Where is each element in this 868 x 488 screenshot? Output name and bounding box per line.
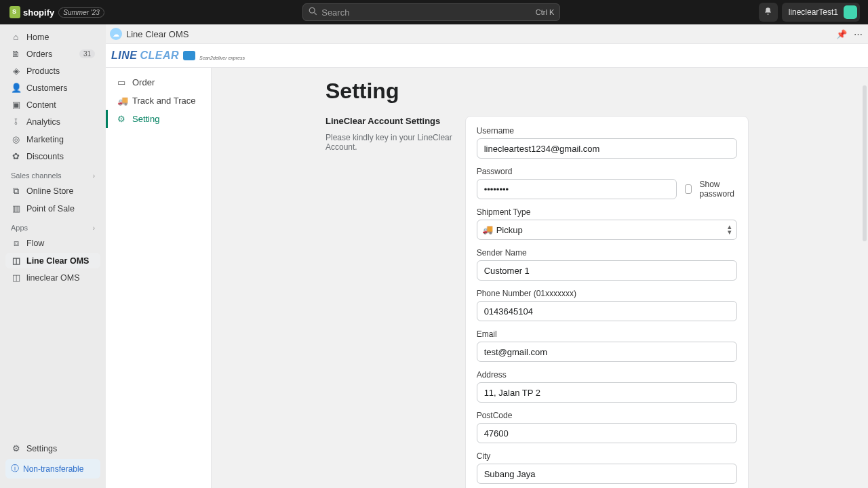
- chevron-right-icon: ›: [93, 172, 95, 180]
- shopify-sidebar: ⌂ Home 🗎 Orders 31 ◈ Products 👤 Customer…: [0, 24, 106, 488]
- app-main: Setting LineClear Account Settings Pleas…: [212, 68, 868, 488]
- city-input[interactable]: [477, 464, 737, 484]
- sidebar-item-analytics[interactable]: ⫱ Analytics: [5, 114, 100, 130]
- sidebar-item-settings[interactable]: ⚙ Settings: [5, 441, 100, 456]
- user-menu[interactable]: lineclearTest1: [782, 3, 860, 22]
- svg-point-0: [310, 7, 315, 13]
- sidebar-item-label: Analytics: [26, 117, 60, 127]
- sidebar-item-label: Point of Sale: [26, 204, 75, 214]
- sidebar-item-customers[interactable]: 👤 Customers: [5, 80, 100, 96]
- phone-input[interactable]: [477, 301, 737, 321]
- truck-icon: [183, 51, 195, 60]
- app-title: Line Clear OMS: [126, 29, 189, 39]
- sidebar-item-label: Orders: [26, 49, 52, 59]
- sidebar-item-label: Home: [26, 33, 49, 42]
- email-input[interactable]: [477, 342, 737, 362]
- flow-icon: ⧈: [11, 238, 21, 249]
- sidebar-item-lineclear-oms[interactable]: ◫ Line Clear OMS: [5, 253, 100, 268]
- postcode-label: PostCode: [477, 411, 737, 420]
- sidebar-item-marketing[interactable]: ◎ Marketing: [5, 131, 100, 147]
- sidebar-item-online-store[interactable]: ⧉ Online Store: [5, 183, 100, 199]
- scrollbar[interactable]: [863, 85, 867, 241]
- notifications-button[interactable]: [759, 3, 778, 22]
- sidebar-item-lineclear-oms-2[interactable]: ◫ lineclear OMS: [5, 270, 100, 285]
- search-input[interactable]: Search Ctrl K: [302, 3, 560, 21]
- city-label: City: [477, 451, 737, 461]
- sidebar-item-content[interactable]: ▣ Content: [5, 97, 100, 113]
- app-nav-label: Order: [132, 77, 155, 87]
- password-input[interactable]: [477, 179, 677, 199]
- discounts-icon: ✿: [11, 151, 21, 161]
- apps-header[interactable]: Apps ›: [3, 217, 103, 235]
- app-nav-order[interactable]: ▭ Order: [106, 73, 211, 92]
- sidebar-item-label: Marketing: [26, 135, 64, 144]
- postcode-input[interactable]: [477, 423, 737, 443]
- bell-icon: [764, 7, 772, 18]
- shipment-type-select[interactable]: [477, 220, 737, 240]
- pin-icon[interactable]: 📌: [836, 29, 847, 39]
- app-nav-setting[interactable]: ⚙ Setting: [106, 110, 211, 128]
- chevron-updown-icon: ▴▾: [728, 224, 732, 235]
- sidebar-item-label: Line Clear OMS: [26, 256, 89, 266]
- app-brandbar: LINECLEAR Scan2deliver express: [106, 43, 868, 68]
- info-icon: ⓘ: [11, 463, 19, 474]
- password-label: Password: [477, 167, 737, 176]
- sidebar-item-flow[interactable]: ⧈ Flow: [5, 235, 100, 251]
- search-shortcut: Ctrl K: [536, 8, 555, 16]
- username-input[interactable]: [477, 138, 737, 159]
- app-nav-track[interactable]: 🚚 Track and Trace: [106, 92, 211, 110]
- phone-label: Phone Number (01xxxxxxx): [477, 289, 737, 298]
- marketing-icon: ◎: [11, 134, 21, 144]
- shopify-bag-icon: [9, 6, 20, 18]
- sidebar-item-pos[interactable]: ▥ Point of Sale: [5, 201, 100, 216]
- page-title: Setting: [326, 79, 749, 104]
- address-input[interactable]: [477, 382, 737, 403]
- customers-icon: 👤: [11, 83, 21, 93]
- gear-icon: ⚙: [117, 114, 127, 124]
- chevron-right-icon: ›: [93, 224, 95, 232]
- sidebar-item-label: Customers: [26, 83, 67, 93]
- settings-card: Username Password Show password: [465, 116, 749, 488]
- user-name: lineclearTest1: [789, 7, 838, 17]
- app-nav-label: Setting: [132, 114, 159, 124]
- sales-channels-header[interactable]: Sales channels ›: [3, 165, 103, 182]
- app-frame: ☁ Line Clear OMS 📌 ⋯ LINECLEAR Scan2deli…: [106, 24, 868, 488]
- gear-icon: ⚙: [11, 443, 21, 453]
- sidebar-item-label: Online Store: [26, 186, 73, 196]
- shipment-type-label: Shipment Type: [477, 207, 737, 217]
- search-icon: [309, 7, 317, 18]
- svg-line-1: [315, 12, 317, 14]
- sidebar-item-home[interactable]: ⌂ Home: [5, 29, 100, 45]
- avatar: [844, 5, 857, 19]
- truck-icon: 🚚: [482, 224, 493, 235]
- box-icon: ▭: [117, 77, 127, 87]
- username-label: Username: [477, 126, 737, 136]
- edition-badge[interactable]: Summer '23: [58, 7, 104, 18]
- show-password-checkbox[interactable]: [685, 184, 692, 194]
- sender-name-input[interactable]: [477, 260, 737, 281]
- sidebar-item-discounts[interactable]: ✿ Discounts: [5, 148, 100, 164]
- sender-name-label: Sender Name: [477, 248, 737, 258]
- section-subtext: Please kindly key in your LineClear Acco…: [326, 133, 454, 152]
- more-icon[interactable]: ⋯: [854, 29, 863, 39]
- app-titlebar: ☁ Line Clear OMS 📌 ⋯: [106, 24, 868, 43]
- app-sidebar: ▭ Order 🚚 Track and Trace ⚙ Setting: [106, 68, 212, 488]
- non-transferable-notice[interactable]: ⓘ Non-transferable: [5, 459, 100, 479]
- shopify-logo[interactable]: shopify: [9, 6, 54, 18]
- products-icon: ◈: [11, 66, 21, 76]
- brand-text: shopify: [23, 7, 54, 18]
- truck-icon: 🚚: [117, 96, 127, 106]
- orders-badge: 31: [79, 49, 95, 58]
- sidebar-item-label: Flow: [26, 239, 44, 248]
- sidebar-item-products[interactable]: ◈ Products: [5, 63, 100, 79]
- sidebar-item-label: Settings: [26, 444, 57, 453]
- lineclear-icon: ◫: [11, 256, 21, 266]
- sidebar-item-label: Content: [26, 100, 56, 110]
- show-password-label: Show password: [700, 180, 738, 199]
- sidebar-item-orders[interactable]: 🗎 Orders 31: [5, 46, 100, 62]
- home-icon: ⌂: [11, 32, 21, 42]
- online-store-icon: ⧉: [11, 186, 21, 197]
- sidebar-item-label: Discounts: [26, 152, 64, 161]
- lineclear-icon: ◫: [11, 272, 21, 283]
- address-label: Address: [477, 370, 737, 380]
